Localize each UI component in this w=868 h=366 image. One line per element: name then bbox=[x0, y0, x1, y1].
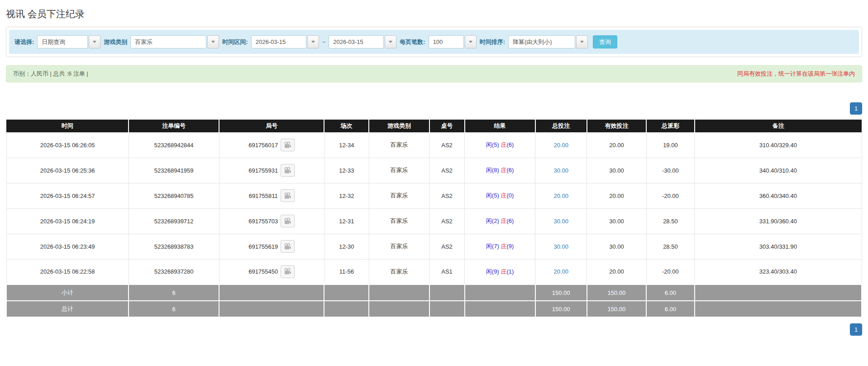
date-to-dropdown-button[interactable] bbox=[385, 35, 396, 48]
column-header-时间: 时间 bbox=[6, 120, 129, 132]
video-icon bbox=[284, 243, 291, 250]
cell-total-bet-sum: 150.00 bbox=[535, 284, 587, 301]
table-row: 2026-03-15 06:25:36523268941959691755931… bbox=[6, 158, 862, 183]
cell-game-type: 百家乐 bbox=[369, 234, 429, 259]
pagination-page-1[interactable]: 1 bbox=[850, 323, 862, 336]
cell-result: 闲(7) 庄(9) bbox=[465, 234, 535, 259]
cell-game-type: 百家乐 bbox=[369, 183, 429, 208]
cell-empty bbox=[219, 284, 324, 301]
game-type-dropdown-button[interactable] bbox=[207, 35, 219, 48]
video-replay-button[interactable] bbox=[281, 164, 295, 177]
cell-total-count: 6 bbox=[129, 284, 219, 301]
cell-session: 12-30 bbox=[324, 234, 369, 259]
pagination-bottom: 1 bbox=[6, 323, 862, 336]
date-from-dropdown-button[interactable] bbox=[307, 35, 319, 48]
time-sort-value[interactable]: 降冪(由大到小) bbox=[508, 35, 575, 48]
round-id-group: 691755931 bbox=[248, 164, 295, 177]
cell-result: 闲(8) 庄(6) bbox=[465, 158, 535, 183]
total-bet-link[interactable]: 20.00 bbox=[553, 142, 568, 149]
total-row: 总计6150.00150.006.00 bbox=[6, 301, 862, 317]
column-header-备注: 备注 bbox=[695, 120, 862, 132]
cell-table-id: AS1 bbox=[429, 259, 465, 284]
per-page-value[interactable]: 100 bbox=[429, 35, 464, 48]
bet-records-table: 时间注单编号局号场次游戏类别桌号结果总投注有效投注总派彩备注 2026-03-1… bbox=[6, 120, 862, 318]
total-bet-link[interactable]: 20.00 bbox=[553, 193, 568, 199]
cell-remark: 310.40/329.40 bbox=[695, 132, 862, 158]
time-sort-dropdown-button[interactable] bbox=[576, 35, 588, 48]
chevron-down-icon bbox=[211, 41, 215, 43]
cell-empty bbox=[429, 301, 465, 317]
video-replay-button[interactable] bbox=[281, 265, 295, 278]
select-mode-dropdown-button[interactable] bbox=[89, 35, 100, 48]
per-page-dropdown-button[interactable] bbox=[465, 35, 477, 48]
game-type-value[interactable]: 百家乐 bbox=[130, 35, 206, 48]
table-row: 2026-03-15 06:22:58523268937280691755450… bbox=[6, 259, 862, 284]
cell-result: 闲(5) 庄(0) bbox=[465, 183, 535, 208]
time-sort-combobox: 降冪(由大到小) bbox=[508, 35, 588, 48]
date-from-value[interactable]: 2026-03-15 bbox=[251, 35, 306, 48]
cell-time: 2026-03-15 06:22:58 bbox=[6, 259, 129, 284]
result-player-label: 闲 bbox=[486, 217, 492, 224]
total-bet-link[interactable]: 30.00 bbox=[553, 218, 568, 225]
cell-time: 2026-03-15 06:25:36 bbox=[6, 158, 129, 183]
cell-empty bbox=[324, 301, 369, 317]
result-banker-label: 庄 bbox=[501, 268, 506, 275]
cell-remark: 340.40/310.40 bbox=[695, 158, 862, 183]
chevron-down-icon bbox=[389, 41, 392, 43]
total-bet-link[interactable]: 30.00 bbox=[553, 167, 568, 174]
page-title: 视讯 会员下注纪录 bbox=[6, 0, 862, 27]
cell-valid-bet: 20.00 bbox=[587, 132, 646, 158]
cell-total-bet: 30.00 bbox=[535, 234, 587, 259]
result-player-label: 闲 bbox=[486, 167, 492, 173]
cell-remark: 323.40/303.40 bbox=[695, 259, 862, 284]
search-button[interactable]: 查询 bbox=[593, 35, 617, 48]
cell-valid-bet: 30.00 bbox=[587, 158, 646, 183]
result-banker-score: (0) bbox=[506, 192, 514, 199]
chevron-down-icon bbox=[469, 41, 472, 43]
column-header-结果: 结果 bbox=[465, 120, 535, 132]
video-icon bbox=[284, 142, 291, 149]
total-bet-link[interactable]: 30.00 bbox=[553, 243, 568, 250]
cell-empty bbox=[465, 284, 535, 301]
cell-payout: 19.00 bbox=[646, 132, 695, 158]
video-replay-button[interactable] bbox=[281, 189, 295, 202]
cell-table-id: AS2 bbox=[429, 183, 465, 208]
total-bet-link[interactable]: 20.00 bbox=[553, 268, 568, 275]
column-header-桌号: 桌号 bbox=[429, 120, 465, 132]
round-id-group: 691755703 bbox=[248, 215, 295, 227]
cell-valid-bet-sum: 150.00 bbox=[587, 301, 646, 317]
cell-game-type: 百家乐 bbox=[369, 132, 429, 158]
cell-total-bet: 20.00 bbox=[535, 132, 587, 158]
cell-valid-bet-sum: 150.00 bbox=[587, 284, 646, 301]
video-icon bbox=[284, 167, 291, 174]
cell-bet-id: 523268937280 bbox=[129, 259, 219, 284]
chevron-down-icon bbox=[93, 41, 96, 43]
cell-table-id: AS2 bbox=[429, 132, 465, 158]
date-to-value[interactable]: 2026-03-15 bbox=[329, 35, 384, 48]
time-range-label: 时间区间: bbox=[222, 38, 248, 46]
cell-session: 12-32 bbox=[324, 183, 369, 208]
cell-game-type: 百家乐 bbox=[369, 259, 429, 284]
cell-remark: 303.40/331.90 bbox=[695, 234, 862, 259]
round-id-group: 691755811 bbox=[249, 189, 295, 202]
table-row: 2026-03-15 06:24:19523268939712691755703… bbox=[6, 208, 862, 234]
cell-session: 12-33 bbox=[324, 158, 369, 183]
column-header-总投注: 总投注 bbox=[535, 120, 587, 132]
video-replay-button[interactable] bbox=[281, 240, 295, 253]
cell-bet-id: 523268941959 bbox=[129, 158, 219, 183]
summary-bar: 币别：人民币 | 总共 :6 注单 | 同局有效投注，统一计算在该局第一张注单内 bbox=[6, 65, 862, 82]
date-to-combobox: 2026-03-15 bbox=[329, 35, 396, 48]
cell-total-count: 6 bbox=[129, 301, 219, 317]
video-replay-button[interactable] bbox=[281, 139, 295, 151]
cell-session: 12-34 bbox=[324, 132, 369, 158]
date-from-combobox: 2026-03-15 bbox=[251, 35, 319, 48]
select-mode-value[interactable]: 日期查询 bbox=[37, 35, 88, 48]
cell-total-bet: 30.00 bbox=[535, 208, 587, 234]
pagination-page-1[interactable]: 1 bbox=[850, 102, 862, 115]
round-id-group: 691755450 bbox=[248, 265, 295, 278]
video-replay-button[interactable] bbox=[281, 215, 295, 227]
table-row: 2026-03-15 06:24:57523268940785691755811… bbox=[6, 183, 862, 208]
video-icon bbox=[284, 268, 291, 275]
cell-total-bet: 20.00 bbox=[535, 183, 587, 208]
cell-payout: 28.50 bbox=[646, 208, 695, 234]
